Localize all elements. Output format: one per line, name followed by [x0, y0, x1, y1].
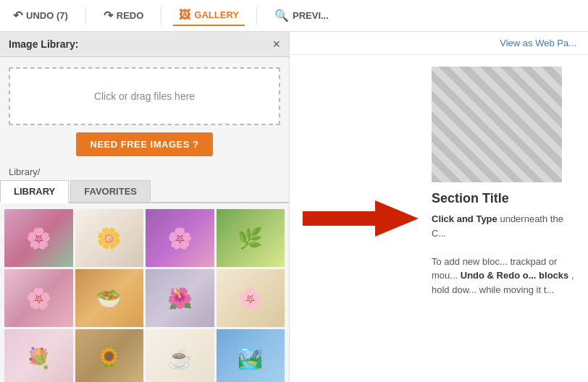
image-item[interactable] [146, 329, 214, 382]
svg-marker-0 [303, 200, 419, 237]
image-item[interactable] [217, 329, 285, 382]
undo-icon: ↶ [13, 9, 22, 22]
right-content: Section Title Click and Type underneath … [290, 55, 588, 382]
main-area: Image Library: × Click or drag files her… [0, 32, 588, 382]
section-bold-1: Click and Type [432, 213, 497, 224]
close-button[interactable]: × [272, 38, 280, 51]
gallery-icon: 🖼 [179, 9, 190, 22]
divider-1 [85, 7, 86, 25]
toolbar: ↶ UNDO (7) ↷ REDO 🖼 GALLERY 🔍 PREVI... [0, 0, 588, 32]
preview-button[interactable]: 🔍 PREVI... [269, 6, 335, 25]
redo-button[interactable]: ↷ REDO [98, 6, 150, 25]
section-bold-3: blocks [539, 270, 568, 281]
right-text-area: Section Title Click and Type underneath … [432, 67, 576, 370]
preview-icon: 🔍 [274, 9, 289, 22]
library-path: Library/ [0, 165, 289, 180]
image-item[interactable] [75, 209, 144, 267]
image-item[interactable] [217, 269, 285, 327]
image-library-panel: Image Library: × Click or drag files her… [0, 32, 290, 382]
view-as-webpage-link[interactable]: View as Web Pa... [500, 38, 576, 48]
image-item[interactable] [4, 269, 73, 327]
divider-2 [161, 7, 161, 25]
section-title: Section Title [432, 191, 576, 206]
panel-title: Image Library: [9, 38, 78, 50]
free-images-button[interactable]: NEED FREE IMAGES ? [76, 132, 214, 156]
arrow-area [301, 67, 420, 370]
image-item[interactable] [4, 209, 73, 267]
placeholder-image [432, 67, 562, 182]
image-item[interactable] [4, 329, 73, 382]
image-item[interactable] [75, 329, 144, 382]
editor-panel: View as Web Pa... Section Title Click an… [290, 32, 588, 382]
tab-bar: LIBRARY FAVORITES [0, 180, 289, 203]
redo-icon: ↷ [104, 9, 113, 22]
image-item[interactable] [146, 209, 214, 267]
drop-zone-text: Click or drag files here [94, 90, 195, 102]
image-grid [0, 203, 289, 382]
section-body: Click and Type underneath the C... To ad… [432, 212, 576, 297]
image-item[interactable] [146, 269, 214, 327]
right-top-bar: View as Web Pa... [290, 32, 588, 55]
tab-library[interactable]: LIBRARY [0, 180, 69, 203]
red-arrow-icon [303, 197, 419, 240]
tab-favorites[interactable]: FAVORITES [70, 180, 151, 202]
undo-button[interactable]: ↶ UNDO (7) [7, 6, 74, 25]
drop-zone[interactable]: Click or drag files here [9, 67, 280, 125]
panel-header: Image Library: × [0, 32, 289, 57]
image-item[interactable] [217, 209, 285, 267]
gallery-button[interactable]: 🖼 GALLERY [173, 6, 245, 26]
divider-3 [256, 7, 257, 25]
section-bold-2: Undo & Redo o... [461, 270, 537, 281]
image-item[interactable] [75, 269, 144, 327]
